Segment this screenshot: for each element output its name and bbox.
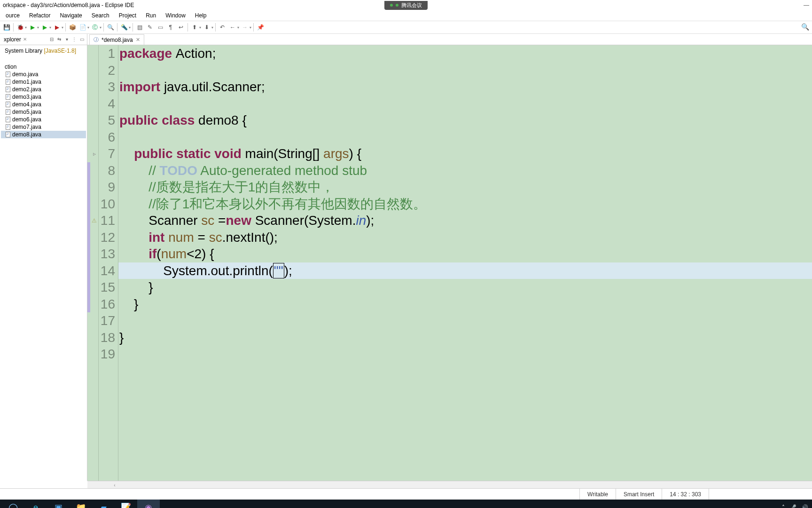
forward-button[interactable]: → — [240, 23, 250, 32]
status-bar: Writable Smart Insert 14 : 32 : 303 — [0, 488, 812, 500]
meeting-badge[interactable]: 腾讯会议 — [384, 1, 428, 10]
title-bar: orkspace - day3/src/Action/demo8.java - … — [0, 0, 812, 10]
java-file-icon — [6, 124, 10, 130]
package-node[interactable]: ction — [1, 63, 86, 71]
file-demo8-java[interactable]: demo8.java — [1, 131, 86, 138]
task-notepad[interactable]: 📝 — [115, 500, 137, 508]
new-package-button[interactable]: 📦 — [68, 23, 77, 32]
annotation-next-button[interactable]: ⬇ — [202, 23, 211, 32]
debug-button[interactable]: 🐞 — [16, 23, 25, 32]
last-edit-button[interactable]: ↶ — [218, 23, 227, 32]
editor-tab-bar: Ⓙ *demo8.java ✕ — [87, 34, 812, 45]
file-demo6-java[interactable]: demo6.java — [1, 116, 86, 123]
annotation-prev-button[interactable]: ⬆ — [190, 23, 199, 32]
menu-search[interactable]: Search — [88, 11, 113, 20]
file-demo1-java[interactable]: demo1.java — [1, 78, 86, 86]
filter-icon[interactable]: ▾ — [63, 36, 70, 43]
menu-help[interactable]: Help — [191, 11, 211, 20]
word-wrap-button[interactable]: ↩ — [176, 23, 186, 32]
toggle-breadcrumb-button[interactable]: ▤ — [135, 23, 144, 32]
pin-editor-button[interactable]: 📌 — [256, 23, 265, 32]
new-type-button[interactable]: 📄 — [78, 23, 87, 32]
menu-bar: ource Refactor Navigate Search Project R… — [0, 10, 812, 21]
collapse-all-icon[interactable]: ⊟ — [48, 36, 55, 43]
file-label: demo8.java — [12, 131, 41, 138]
java-file-icon — [6, 71, 10, 77]
tray-mic-icon[interactable]: 🎤 — [789, 504, 796, 508]
run-button[interactable]: ▶ — [28, 23, 37, 32]
java-file-icon — [6, 117, 10, 122]
menu-project[interactable]: Project — [115, 11, 140, 20]
save-button[interactable]: 💾 — [2, 23, 11, 32]
menu-navigate[interactable]: Navigate — [56, 11, 86, 20]
tray-overflow-icon[interactable]: ˄ — [782, 504, 785, 508]
code-editor[interactable]: ▹⚠ 12345678910111213141516171819 package… — [87, 45, 812, 481]
editor-tab[interactable]: Ⓙ *demo8.java ✕ — [89, 34, 144, 45]
file-demo5-java[interactable]: demo5.java — [1, 108, 86, 116]
file-label: demo2.java — [12, 86, 41, 93]
file-label: demo5.java — [12, 109, 41, 115]
task-powershell[interactable]: ▣ — [47, 500, 70, 508]
menu-run[interactable]: Run — [142, 11, 160, 20]
scroll-left-icon[interactable]: ‹ — [111, 481, 118, 489]
status-insert-mode: Smart Insert — [616, 489, 662, 500]
view-menu-icon[interactable]: ⋮ — [71, 36, 78, 43]
new-class-button[interactable]: Ⓒ — [90, 23, 100, 32]
main-toolbar: 💾 🐞▾ ▶▾ ▶▾ ▶▾ 📦 📄▾ Ⓒ▾ 🔍 🔦▾ ▤ ✎ ▭ ¶ ↩ ⬆▾ … — [0, 21, 812, 34]
file-demo4-java[interactable]: demo4.java — [1, 101, 86, 108]
signal-icon — [390, 4, 393, 7]
explorer-tree[interactable]: System Library [JavaSE-1.8] ction demo.j… — [0, 45, 87, 481]
task-cortana[interactable]: ◯ — [2, 500, 24, 508]
menu-source[interactable]: ource — [2, 11, 23, 20]
explorer-tab-label: xplorer — [4, 36, 21, 43]
show-whitespace-button[interactable]: ¶ — [166, 23, 175, 32]
quick-access-icon[interactable]: 🔍 — [801, 23, 809, 31]
line-gutter[interactable]: 12345678910111213141516171819 — [99, 45, 118, 481]
status-dot-icon — [396, 4, 398, 7]
window-controls: — — [804, 2, 809, 8]
close-icon[interactable]: ✕ — [136, 37, 140, 43]
minimize-button[interactable]: — — [804, 2, 809, 8]
minimize-view-icon[interactable]: ▭ — [78, 36, 85, 43]
file-demo2-java[interactable]: demo2.java — [1, 86, 86, 93]
java-file-icon — [6, 132, 10, 137]
window-title: orkspace - day3/src/Action/demo8.java - … — [3, 2, 134, 8]
package-explorer: xplorer ✕ ⊟ ⇆ ▾ ⋮ ▭ System Library [Java… — [0, 34, 87, 481]
file-label: demo7.java — [12, 124, 41, 130]
search-button[interactable]: 🔦 — [119, 23, 129, 32]
editor-tab-label: *demo8.java — [102, 37, 133, 43]
package-label: ction — [5, 64, 16, 70]
menu-refactor[interactable]: Refactor — [25, 11, 54, 20]
file-demo7-java[interactable]: demo7.java — [1, 123, 86, 131]
code-content[interactable]: package Action;import java.util.Scanner;… — [118, 45, 812, 481]
file-label: demo4.java — [12, 101, 41, 108]
java-file-icon — [6, 109, 10, 115]
file-demo3-java[interactable]: demo3.java — [1, 93, 86, 101]
close-icon[interactable]: ✕ — [23, 37, 27, 42]
task-eclipse[interactable]: ◉ — [137, 500, 160, 508]
back-button[interactable]: ← — [228, 23, 237, 32]
menu-window[interactable]: Window — [162, 11, 189, 20]
explorer-tab[interactable]: xplorer ✕ — [2, 35, 29, 44]
system-tray[interactable]: ˄ 🎤 🔊 — [782, 504, 808, 508]
file-label: demo3.java — [12, 94, 41, 100]
status-cursor-pos: 14 : 32 : 303 — [662, 489, 709, 500]
file-label: demo.java — [12, 71, 38, 78]
task-edge[interactable]: e — [24, 500, 47, 508]
block-select-button[interactable]: ▭ — [156, 23, 165, 32]
mark-occurrences-button[interactable]: ✎ — [145, 23, 155, 32]
link-editor-icon[interactable]: ⇆ — [56, 36, 62, 43]
file-demo-java[interactable]: demo.java — [1, 71, 86, 78]
java-file-icon: Ⓙ — [94, 36, 99, 43]
java-file-icon — [6, 87, 10, 92]
open-type-button[interactable]: 🔍 — [106, 23, 115, 32]
task-explorer[interactable]: 📁 — [70, 500, 92, 508]
task-meeting[interactable]: ▰ — [92, 500, 115, 508]
java-file-icon — [6, 102, 10, 107]
jre-library-node[interactable]: System Library [JavaSE-1.8] — [1, 47, 86, 55]
editor-area: Ⓙ *demo8.java ✕ ▹⚠ 123456789101112131415… — [87, 34, 812, 481]
tray-volume-icon[interactable]: 🔊 — [801, 504, 808, 508]
ext-tools-button[interactable]: ▶ — [52, 23, 62, 32]
coverage-button[interactable]: ▶ — [40, 23, 49, 32]
editor-hscroll[interactable]: ‹ — [87, 481, 812, 488]
